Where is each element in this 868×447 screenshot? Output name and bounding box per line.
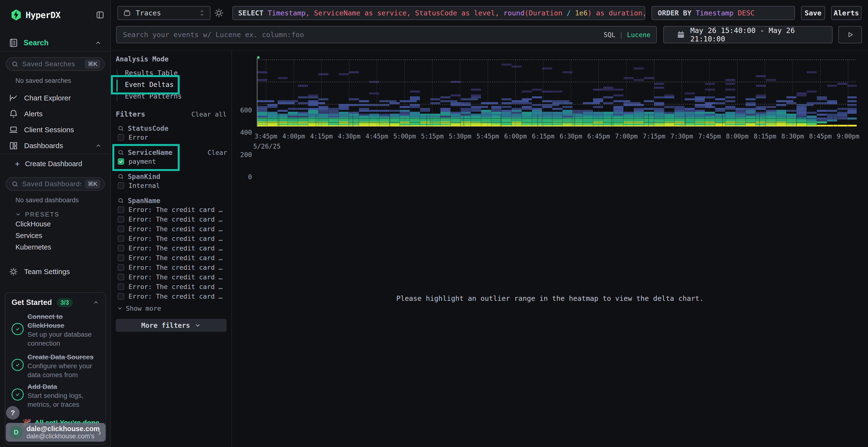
x-axis-tick: 7:45pm [695,132,724,141]
x-axis-tick: 4:00pm [279,132,308,141]
filter-checkbox[interactable] [118,293,124,300]
filter-option-label: Error: The credit card … [128,273,222,281]
filter-panel: Analysis Mode Results Table Event Deltas… [111,50,232,447]
x-axis-tick: 5:30pm [445,132,474,141]
get-started-header[interactable]: Get Started 3/3 [11,298,99,307]
filter-option-row[interactable]: Error: The credit card … [118,253,231,263]
sidebar-item-dashboards[interactable]: Dashboards [0,138,111,153]
chevron-down-icon [15,211,21,217]
search-icon[interactable] [118,198,124,204]
search-icon [11,61,18,67]
filter-option-row[interactable]: Error: The credit card … [118,272,231,282]
filter-option-row[interactable]: Error: The credit card … [118,224,231,234]
filter-option-row[interactable]: Error: The credit card … [118,205,231,214]
saved-dashboards-input[interactable]: ⌘K [6,177,105,191]
preset-kubernetes[interactable]: Kubernetes [16,241,105,253]
source-settings-gear-icon[interactable] [214,8,224,18]
filter-option-label: Error: The credit card … [128,235,222,242]
more-filters-button[interactable]: More filters [116,319,227,332]
help-button[interactable]: ? [6,406,20,419]
y-axis-tick: 400 [235,128,252,137]
get-started-item[interactable]: Connect to ClickHouseSet up your databas… [11,312,99,348]
filter-checkbox[interactable] [118,158,124,165]
no-saved-searches-text: No saved searches [16,77,105,85]
filter-checkbox[interactable] [118,216,124,222]
source-select[interactable]: Traces [117,6,211,20]
analysis-mode-list: Results Table Event Deltas Event Pattern… [111,67,231,102]
sql-token: DESC [734,9,754,17]
filter-option-label: Error: The credit card … [128,206,222,213]
filter-checkbox[interactable] [118,226,124,232]
delta-chart-empty-message: Please highlight an outlier range in the… [232,294,868,303]
filter-option-row[interactable]: Error: The credit card … [118,214,231,224]
filter-option-row[interactable]: Error: The credit card … [118,291,231,301]
preset-services[interactable]: Services [16,230,105,241]
language-sql-option[interactable]: SQL [603,31,615,38]
filter-option-row[interactable]: Error: The credit card … [118,282,231,291]
filter-checkbox[interactable] [118,134,124,141]
x-axis-tick: 6:30pm [557,132,585,141]
user-account-chip[interactable]: D dale@clickhouse.com dale@clickhouse.co… [6,423,105,442]
filter-checkbox[interactable] [118,235,124,242]
help-label: ? [10,409,15,417]
filter-groups: StatusCodeErrorServiceNameClearpaymentSp… [111,124,231,301]
sql-token: Timestamp [268,9,306,17]
sidebar-item-client-sessions[interactable]: Client Sessions [0,122,111,138]
filter-option-row[interactable]: Error: The credit card … [118,243,231,253]
saved-searches-input[interactable]: ⌘K [6,57,105,71]
filter-checkbox[interactable] [118,245,124,251]
mode-event-deltas[interactable]: Event Deltas [111,79,231,91]
clear-filter-link[interactable]: Clear [208,149,227,156]
saved-dashboards-field[interactable] [22,180,82,188]
search-icon[interactable] [118,125,124,132]
sql-orderby-editor[interactable]: ORDER BY Timestamp DESC [651,6,795,20]
mode-rail-active-indicator [117,80,118,92]
preset-clickhouse[interactable]: ClickHouse [16,218,105,230]
language-lucene-option[interactable]: Lucene [627,31,651,38]
create-dashboard-button[interactable]: + Create Dashboard [15,158,105,170]
filter-option-row[interactable]: payment [118,157,231,166]
get-started-item-desc: Configure where your data comes from [28,362,99,379]
filter-option-row[interactable]: Error [118,133,231,142]
run-query-button[interactable] [838,26,862,43]
show-more-toggle[interactable]: Show more [117,304,227,312]
duration-heatmap-canvas[interactable] [257,56,857,128]
get-started-item[interactable]: Add DataStart sending logs, metrics, or … [11,382,99,409]
shortcut-badge: ⌘K [85,179,100,188]
sql-select-editor[interactable]: SELECT Timestamp, ServiceName as service… [232,6,645,20]
sidebar-collapse-icon[interactable] [95,10,105,20]
mode-results-table[interactable]: Results Table [111,67,231,79]
filter-checkbox[interactable] [118,254,124,261]
event-search-bar[interactable]: SQL | Lucene [116,26,657,43]
sidebar-item-label: Chart Explorer [24,94,102,102]
sidebar-item-chart-explorer[interactable]: Chart Explorer [0,90,111,106]
check-circle-icon [11,359,24,371]
mode-event-patterns[interactable]: Event Patterns [111,91,231,102]
save-button[interactable]: Save [801,6,825,20]
filter-checkbox[interactable] [118,206,124,213]
sidebar-item-search[interactable]: Search [9,36,102,49]
saved-searches-field[interactable] [22,60,82,68]
filter-checkbox[interactable] [118,264,124,271]
search-icon[interactable] [118,149,124,156]
filter-checkbox[interactable] [118,182,124,189]
alerts-button[interactable]: Alerts [831,6,862,20]
filter-option-row[interactable]: Error: The credit card … [118,263,231,272]
presets-toggle[interactable]: PRESETS [15,210,105,218]
get-started-item[interactable]: Create Data SourcesConfigure where your … [11,353,99,379]
sidebar-item-team-settings[interactable]: Team Settings [9,265,102,278]
search-icon [11,181,18,187]
filter-checkbox[interactable] [118,283,124,290]
laptop-icon [9,125,19,135]
filter-option-row[interactable]: Internal [118,181,231,190]
filter-option-row[interactable]: Error: The credit card … [118,234,231,243]
preset-label: Services [16,232,42,240]
filter-group-header-statuscode: StatusCode [118,124,227,133]
clear-all-link[interactable]: Clear all [191,110,227,118]
search-icon[interactable] [118,173,124,180]
filter-checkbox[interactable] [118,274,124,280]
sidebar-item-alerts[interactable]: Alerts [0,106,111,122]
event-search-input[interactable] [123,30,603,39]
x-axis-tick: 6:15pm [529,132,558,141]
date-range-picker[interactable]: May 26 15:40:00 - May 26 21:10:00 [663,26,833,43]
